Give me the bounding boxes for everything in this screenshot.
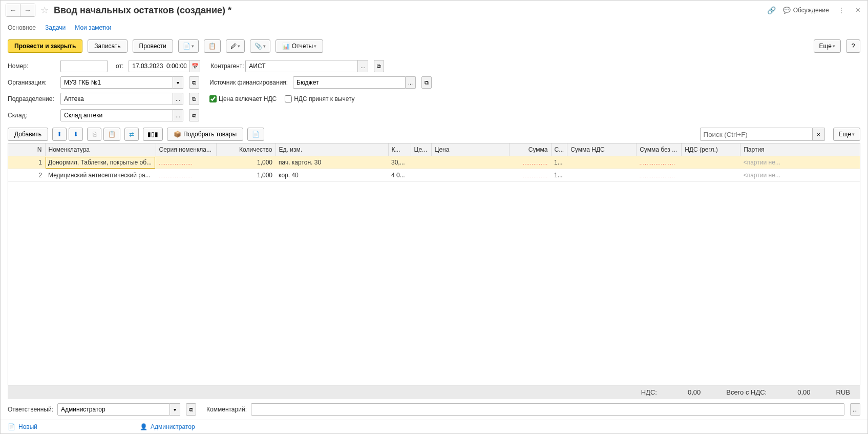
price-incl-vat-input[interactable] — [209, 95, 217, 102]
chart-icon: 📊 — [282, 43, 290, 50]
number-input[interactable] — [60, 60, 108, 72]
arrow-down-icon: ⬇ — [73, 131, 78, 138]
arrow-up-icon: ⬆ — [57, 131, 62, 138]
from-label: от: — [116, 63, 123, 70]
fin-label: Источник финансирования: — [209, 79, 289, 86]
warehouse-open-button[interactable]: ⧉ — [189, 109, 199, 121]
status-new[interactable]: 📄 Новый — [8, 423, 37, 430]
barcode-button[interactable]: ▮▯▮ — [143, 128, 163, 141]
responsible-open-button[interactable]: ⧉ — [186, 403, 196, 416]
status-user-label: Администратор — [151, 423, 195, 430]
post-button[interactable]: Провести — [133, 39, 173, 53]
vat-deducted-input[interactable] — [285, 95, 292, 102]
col-series[interactable]: Серия номенкла... — [156, 143, 216, 156]
tab-notes[interactable]: Мои заметки — [75, 22, 111, 33]
more-menu-icon[interactable]: ⋮ — [836, 7, 846, 14]
attach-button[interactable]: 🖉 — [226, 39, 245, 53]
search-clear-button[interactable]: × — [813, 128, 825, 141]
responsible-dropdown-button[interactable]: ▾ — [170, 403, 180, 416]
col-batch[interactable]: Партия — [740, 143, 860, 156]
move-down-button[interactable]: ⬇ — [69, 128, 83, 141]
back-button[interactable]: ← — [6, 4, 20, 16]
vat-deducted-checkbox[interactable]: НДС принят к вычету — [285, 95, 354, 102]
chat-icon: 💬 — [783, 7, 791, 14]
extra-button[interactable]: 📎 — [250, 39, 270, 53]
more-button[interactable]: Еще — [814, 39, 841, 53]
dept-open-button[interactable]: ⧉ — [189, 93, 199, 105]
contractor-open-button[interactable]: ⧉ — [374, 60, 384, 72]
post-and-close-button[interactable]: Провести и закрыть — [8, 39, 82, 53]
clipboard-button[interactable]: 📄 — [247, 128, 264, 141]
warehouse-input[interactable] — [60, 109, 173, 121]
dept-select-button[interactable]: … — [173, 93, 183, 105]
favorite-icon[interactable]: ☆ — [39, 5, 50, 15]
reports-button[interactable]: 📊Отчеты — [276, 39, 323, 53]
share-icon: ⇄ — [129, 131, 134, 138]
fin-select-button[interactable]: … — [406, 76, 416, 89]
status-user[interactable]: 👤 Администратор — [140, 423, 195, 430]
related-button[interactable]: 📋 — [204, 39, 221, 53]
comment-input[interactable] — [251, 403, 844, 416]
col-k[interactable]: К... — [388, 143, 411, 156]
price-incl-vat-checkbox[interactable]: Цена включает НДС — [209, 95, 277, 102]
status-bar: 📄 Новый 👤 Администратор — [1, 420, 867, 433]
table-toolbar: Добавить ⬆ ⬇ ⎘ 📋 ⇄ ▮▯▮ 📦Подобрать товары… — [1, 125, 867, 143]
copy-button[interactable]: ⎘ — [87, 128, 101, 141]
goods-table: N Номенклатура Серия номенкла... Количес… — [8, 143, 860, 385]
save-button[interactable]: Записать — [88, 39, 127, 53]
table-header-row: N Номенклатура Серия номенкла... Количес… — [8, 143, 860, 156]
col-sum-novat[interactable]: Сумма без ... — [637, 143, 682, 156]
date-input[interactable] — [129, 60, 190, 72]
add-row-button[interactable]: Добавить — [8, 128, 48, 141]
tab-main[interactable]: Основное — [8, 22, 36, 33]
col-unit[interactable]: Ед. изм. — [276, 143, 388, 156]
pick-goods-button[interactable]: 📦Подобрать товары — [167, 128, 243, 141]
col-s[interactable]: С... — [551, 143, 567, 156]
contractor-label: Контрагент: — [210, 63, 241, 70]
paste-button[interactable]: 📋 — [103, 128, 120, 141]
copy-icon: ⎘ — [93, 131, 96, 138]
forward-button[interactable]: → — [20, 4, 35, 16]
comment-expand-button[interactable]: … — [850, 403, 860, 416]
org-open-button[interactable]: ⧉ — [189, 76, 199, 89]
dept-input[interactable] — [60, 93, 173, 105]
calendar-button[interactable]: 📅 — [190, 60, 200, 72]
footer-form: Ответственный: ▾ ⧉ Комментарий: … — [1, 399, 867, 420]
org-dropdown-button[interactable]: ▾ — [173, 76, 183, 89]
table-row[interactable]: 2Медицинский антисептический ра.........… — [8, 169, 860, 182]
responsible-input[interactable] — [57, 403, 170, 416]
table-search-input[interactable] — [700, 128, 813, 141]
help-button[interactable]: ? — [846, 39, 860, 53]
col-cen[interactable]: Це... — [411, 143, 431, 156]
table-row[interactable]: 1Донормил, Таблетки, покрытые об........… — [8, 156, 860, 169]
contractor-input[interactable] — [245, 60, 358, 72]
link-icon[interactable]: 🔗 — [767, 6, 776, 14]
header: ← → ☆ Ввод начальных остатков (создание)… — [1, 1, 867, 20]
col-n[interactable]: N — [8, 143, 45, 156]
fin-input[interactable] — [293, 76, 406, 89]
col-price[interactable]: Цена — [431, 143, 509, 156]
document-icon: 📄 — [8, 423, 15, 430]
share-button[interactable]: ⇄ — [124, 128, 139, 141]
move-up-button[interactable]: ⬆ — [52, 128, 67, 141]
col-sum[interactable]: Сумма — [509, 143, 551, 156]
table-more-button[interactable]: Еще — [833, 128, 860, 141]
col-vat-reg[interactable]: НДС (регл.) — [682, 143, 740, 156]
contractor-select-button[interactable]: … — [358, 60, 368, 72]
close-icon[interactable]: × — [854, 6, 862, 15]
vat-deducted-label: НДС принят к вычету — [294, 95, 354, 102]
col-nomenclature[interactable]: Номенклатура — [45, 143, 156, 156]
user-icon: 👤 — [140, 423, 147, 430]
box-icon: 📦 — [174, 131, 181, 138]
print-button[interactable]: 📄 — [178, 39, 199, 53]
fin-open-button[interactable]: ⧉ — [421, 76, 432, 89]
grand-total-value: 0,00 — [797, 388, 810, 396]
org-input[interactable] — [60, 76, 173, 89]
warehouse-select-button[interactable]: … — [173, 109, 183, 121]
discussion-button[interactable]: 💬 Обсуждение — [783, 7, 829, 14]
tab-tasks[interactable]: Задачи — [45, 22, 66, 33]
dept-label: Подразделение: — [8, 95, 56, 102]
col-quantity[interactable]: Количество — [216, 143, 276, 156]
responsible-label: Ответственный: — [8, 406, 53, 413]
col-sum-vat[interactable]: Сумма НДС — [567, 143, 637, 156]
